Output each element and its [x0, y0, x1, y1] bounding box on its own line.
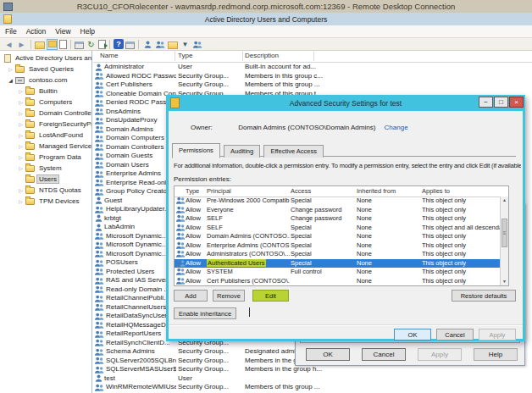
tab-auditing[interactable]: Auditing [224, 145, 260, 158]
collapsed-icon[interactable]: ▷ [17, 99, 25, 105]
show-console-tree-icon[interactable] [47, 39, 58, 50]
tree-item-lostandfound[interactable]: ▷LostAndFound [0, 130, 91, 141]
permission-entry-cert-publishers-contoso[interactable]: AllowCert Publishers (CONTOSO\...NoneThi… [175, 277, 501, 286]
collapsed-icon[interactable]: ▷ [17, 165, 25, 171]
tree-item-tpm-devices[interactable]: ▷TPM Devices [0, 196, 91, 207]
column-divider[interactable] [242, 52, 243, 61]
permission-entry-everyone[interactable]: AllowEveryoneChange passwordNoneThis obj… [175, 206, 501, 215]
export-list-icon[interactable] [98, 40, 106, 49]
permission-entry-self[interactable]: AllowSELFSpecialNoneThis object and all … [175, 224, 501, 233]
collapsed-icon[interactable]: ▷ [7, 66, 14, 72]
tree-item-active-directory-users-and-computers[interactable]: Active Directory Users and Computers [0, 53, 91, 64]
expanded-icon[interactable]: ◢ [7, 77, 14, 83]
add-button[interactable]: Add [174, 290, 208, 302]
column-header-type[interactable]: Type [178, 52, 192, 59]
up-level-icon[interactable] [35, 42, 45, 49]
collapsed-icon[interactable]: ▷ [17, 187, 25, 193]
list-header: Name Type Description [93, 51, 532, 63]
collapsed-icon[interactable]: ▷ [17, 88, 25, 94]
tree-item-domain-controllers[interactable]: ▷Domain Controllers [0, 108, 91, 119]
table-scrollbar[interactable]: ▲ ≡ ▼ [500, 196, 508, 285]
menu-help[interactable]: Help [80, 27, 95, 36]
column-divider[interactable] [175, 52, 175, 61]
permission-entry-enterprise-admins-contos[interactable]: AllowEnterprise Admins (CONTOS...Special… [175, 241, 501, 251]
tree-item-builtin[interactable]: ▷Builtin [0, 86, 91, 97]
tree-item-contoso-com[interactable]: ◢contoso.com [0, 75, 91, 86]
back-icon[interactable]: ◄ [3, 39, 14, 50]
scroll-up-icon[interactable]: ▲ [501, 196, 508, 204]
tree-item-system[interactable]: ▷System [0, 163, 91, 174]
column-divider[interactable] [313, 52, 314, 61]
cancel-button[interactable]: Cancel [362, 348, 406, 361]
ok-button[interactable]: OK [394, 329, 431, 340]
help-button[interactable]: Help [474, 348, 518, 361]
clipboard-icon[interactable] [59, 40, 67, 49]
export-window-icon[interactable] [75, 42, 84, 49]
collapsed-icon[interactable]: ▷ [17, 143, 25, 149]
column-header-name[interactable]: Name [100, 52, 118, 59]
permission-entry-pre-windows-2000-compatib[interactable]: AllowPre-Windows 2000 Compatib...Special… [175, 196, 501, 206]
permission-entry-authenticated-users[interactable]: AllowAuthenticated UsersSpecialNoneThis … [175, 259, 501, 268]
help-icon[interactable]: ? [114, 39, 124, 49]
tab-permissions[interactable]: Permissions [172, 143, 220, 158]
apply-button[interactable]: Apply [418, 348, 462, 361]
list-row-cert-publishers[interactable]: Cert PublishersSecurity Group...Members … [93, 80, 532, 90]
edit-button[interactable]: Edit [252, 290, 289, 302]
collapsed-icon[interactable]: ▷ [17, 132, 25, 138]
new-ou-icon[interactable] [168, 42, 178, 49]
restore-defaults-button[interactable]: Restore defaults [452, 290, 516, 302]
apply-button[interactable]: Apply [479, 329, 516, 340]
column-header-description[interactable]: Description [245, 52, 279, 59]
perm-column-inherited-from[interactable]: Inherited from [357, 187, 396, 195]
list-row-sqlservermsasuser-da[interactable]: SQLServerMSASUser$DA...Security Group...… [93, 365, 532, 374]
tree-item-managed-service-accounts[interactable]: ▷Managed Service Accounts [0, 141, 91, 152]
collapsed-icon[interactable]: ▷ [17, 121, 25, 127]
scroll-down-icon[interactable]: ▼ [501, 278, 508, 285]
menu-view[interactable]: View [55, 27, 70, 36]
list-row-winrmremotewmiusers[interactable]: WinRMRemoteWMIUsers_Security Group...Mem… [93, 383, 532, 392]
group-members-icon[interactable] [192, 39, 203, 50]
tree-item-foreignsecurityprincipals[interactable]: ▷ForeignSecurityPrincipals [0, 119, 91, 130]
dialog-body: Owner: Domain Admins (CONTOSO\Domain Adm… [169, 111, 523, 339]
tree-item-computers[interactable]: ▷Computers [0, 97, 91, 108]
perm-cell-inherited-from: None [357, 196, 421, 206]
perm-column-principal[interactable]: Principal [207, 187, 231, 195]
minimize-button[interactable]: − [479, 97, 493, 108]
collapsed-icon[interactable]: ▷ [17, 198, 25, 204]
change-owner-link[interactable]: Change [385, 124, 408, 131]
scrollbar-thumb[interactable]: ≡ [502, 219, 507, 247]
tree-item-program-data[interactable]: ▷Program Data [0, 152, 91, 163]
properties-window-icon[interactable] [125, 42, 135, 49]
close-button[interactable]: × [509, 97, 524, 108]
new-group-icon[interactable] [155, 39, 166, 50]
perm-cell-type: Allow [186, 250, 206, 259]
enable-inheritance-button[interactable]: Enable inheritance [174, 307, 236, 319]
permission-entry-system[interactable]: AllowSYSTEMFull controlNoneThis object o… [175, 268, 501, 277]
refresh-icon[interactable]: ↻ [86, 39, 97, 50]
new-user-icon[interactable] [142, 39, 153, 50]
perm-column-type[interactable]: Type [186, 187, 199, 195]
tree-item-ntds-quotas[interactable]: ▷NTDS Quotas [0, 185, 91, 196]
collapsed-icon[interactable]: ▷ [17, 110, 25, 116]
permission-entry-domain-admins-contoso[interactable]: AllowDomain Admins (CONTOSO...SpecialNon… [175, 232, 501, 241]
filter-icon[interactable]: ▼ [180, 39, 191, 50]
permission-entry-self[interactable]: AllowSELFChange passwordNoneThis object … [175, 214, 501, 224]
forward-icon[interactable]: ► [16, 39, 27, 50]
maximize-button[interactable]: □ [494, 97, 508, 108]
perm-cell-applies-to: This object only [422, 259, 500, 268]
tab-effective-access[interactable]: Effective Access [263, 145, 323, 158]
menu-file[interactable]: File [5, 27, 17, 36]
list-row-administrator[interactable]: AdministratorUserBuilt-in account for ad… [93, 63, 532, 72]
ok-button[interactable]: OK [306, 348, 350, 361]
collapsed-icon[interactable]: ▷ [17, 154, 25, 160]
permission-entry-administrators-contoso[interactable]: AllowAdministrators (CONTOSO\...SpecialN… [175, 250, 501, 259]
list-row-test[interactable]: testUser [93, 374, 532, 384]
tree-item-saved-queries[interactable]: ▷Saved Queries [0, 64, 91, 75]
menu-action[interactable]: Action [26, 27, 47, 36]
perm-column-access[interactable]: Access [291, 187, 311, 195]
perm-column-applies-to[interactable]: Applies to [422, 187, 450, 195]
list-row-allowed-rodc-password[interactable]: Allowed RODC Password ...Security Group.… [93, 72, 532, 81]
cancel-button[interactable]: Cancel [436, 329, 474, 340]
tree-item-users[interactable]: Users [0, 174, 91, 185]
remove-button[interactable]: Remove [213, 290, 245, 302]
